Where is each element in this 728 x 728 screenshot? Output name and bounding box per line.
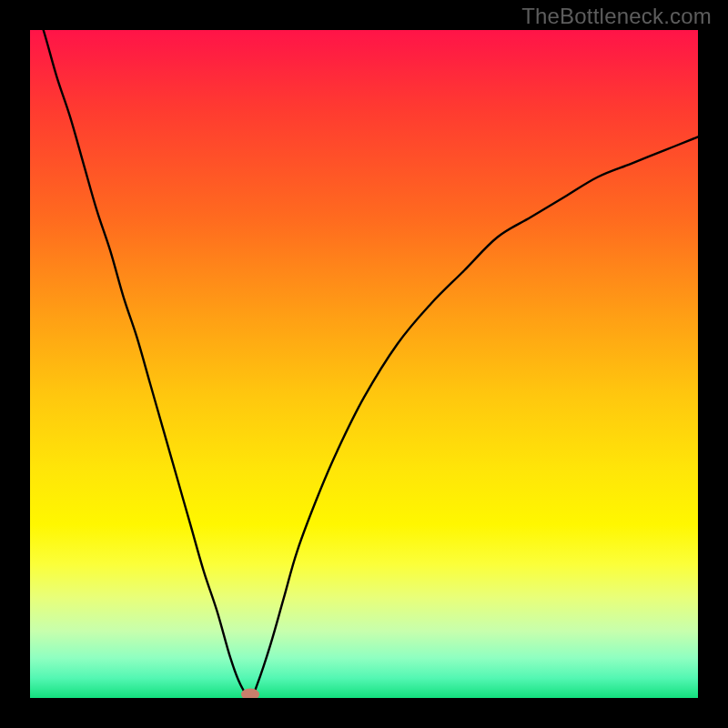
plot-area: [30, 30, 698, 698]
curve-minimum-marker: [241, 689, 259, 699]
curve-svg: [30, 30, 698, 698]
bottleneck-curve: [30, 30, 698, 698]
watermark-text: TheBottleneck.com: [521, 4, 712, 29]
chart-canvas: TheBottleneck.com: [0, 0, 728, 728]
